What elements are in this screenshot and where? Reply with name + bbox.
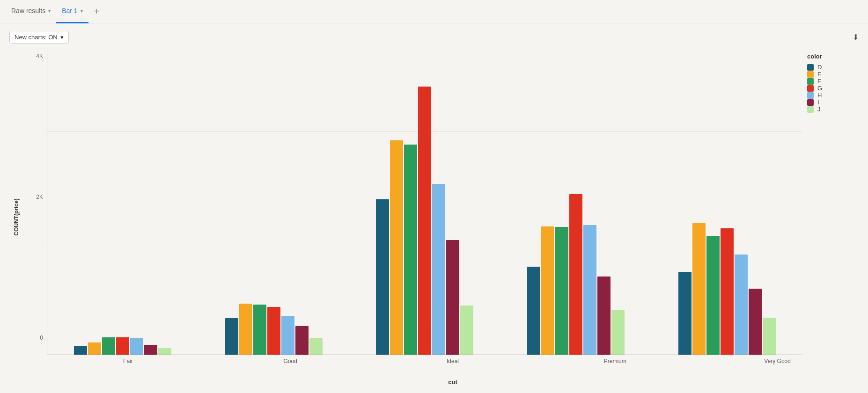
bar-very-good-H (735, 255, 748, 355)
tab-bar: Raw results ▾ Bar 1 ▾ + (0, 0, 868, 23)
legend-item-G: G (807, 85, 859, 92)
bar-premium-J (611, 310, 625, 355)
x-label-text: Premium (604, 358, 626, 364)
bar-very-good-G (721, 228, 734, 355)
bar-group-premium (500, 53, 652, 355)
bar-ideal-J (460, 306, 473, 355)
toolbar: New charts: ON ▾ ⬇ (9, 31, 859, 44)
bar-good-G (267, 307, 280, 355)
new-charts-label: New charts: ON (15, 34, 58, 41)
bars-container (47, 48, 802, 355)
bar-premium-F (555, 227, 568, 355)
bar-group-ideal (349, 53, 500, 355)
plot-area (47, 48, 802, 355)
legend-item-E: E (807, 71, 859, 78)
tab-bar-1-label: Bar 1 (62, 7, 77, 15)
legend-label-F: F (817, 78, 821, 85)
bar-fair-D (74, 346, 87, 355)
x-label-text: Good (284, 358, 297, 364)
bar-premium-I (597, 277, 611, 355)
legend-swatch-D (807, 64, 814, 71)
new-charts-chevron: ▾ (60, 34, 64, 41)
legend-title: color (807, 53, 859, 60)
tab-bar-1-chevron: ▾ (81, 8, 83, 14)
x-label-text: Very Good (764, 358, 791, 364)
legend-swatch-E (807, 71, 814, 78)
legend-item-I: I (807, 99, 859, 106)
legend-items: DEFGHIJ (807, 64, 859, 113)
bar-very-good-I (749, 289, 762, 355)
bar-very-good-E (692, 223, 706, 355)
tab-raw-results-chevron: ▾ (48, 8, 51, 14)
bar-premium-D (527, 267, 540, 355)
bar-fair-I (144, 345, 157, 355)
chart-with-axes: 4K 2K 0 color (23, 48, 859, 386)
main-content: New charts: ON ▾ ⬇ COUNT(price) 4K 2K 0 (0, 23, 868, 393)
chart-area: COUNT(price) 4K 2K 0 (9, 48, 859, 386)
bar-premium-E (541, 226, 554, 355)
y-tick-2k: 2K (36, 194, 43, 200)
x-axis: FairGoodIdealPremiumVery Good (23, 355, 859, 378)
x-axis-title: cut (448, 378, 457, 386)
legend-swatch-I (807, 99, 814, 106)
bar-ideal-G (418, 87, 431, 355)
bar-good-E (239, 304, 252, 355)
bar-fair-J (158, 348, 171, 355)
x-label-good: Good (209, 355, 372, 378)
legend-swatch-F (807, 78, 814, 85)
legend-swatch-G (807, 85, 814, 92)
legend-item-D: D (807, 64, 859, 71)
bar-fair-H (130, 338, 143, 355)
tab-raw-results[interactable]: Raw results ▾ (6, 0, 56, 23)
bar-group-very-good (651, 53, 802, 355)
tab-raw-results-label: Raw results (11, 7, 45, 15)
tab-bar-1[interactable]: Bar 1 ▾ (56, 0, 88, 23)
bar-premium-G (569, 194, 582, 355)
legend-item-H: H (807, 92, 859, 99)
x-label-ideal: Ideal (372, 355, 534, 378)
bar-ideal-F (404, 145, 417, 355)
legend: color DEFGHIJ (802, 48, 859, 355)
legend-label-D: D (817, 64, 822, 71)
bar-fair-F (102, 337, 115, 355)
bar-ideal-D (376, 199, 389, 355)
x-label-premium: Premium (534, 355, 696, 378)
y-tick-4k: 4K (36, 53, 43, 59)
legend-label-E: E (817, 71, 822, 78)
legend-label-J: J (817, 106, 821, 113)
bar-very-good-J (763, 318, 776, 355)
bar-good-D (225, 318, 238, 355)
y-axis: 4K 2K 0 (23, 48, 47, 355)
chart-row: 4K 2K 0 color (23, 48, 859, 355)
y-tick-0: 0 (40, 335, 43, 341)
legend-swatch-H (807, 92, 814, 99)
bar-ideal-E (390, 140, 403, 355)
bar-fair-G (116, 337, 129, 355)
bar-group-good (199, 53, 350, 355)
y-axis-label: COUNT(price) (13, 198, 20, 235)
bar-ideal-H (432, 184, 445, 355)
legend-label-I: I (817, 99, 819, 106)
bar-fair-E (88, 342, 101, 355)
x-label-fair: Fair (47, 355, 209, 378)
add-tab-button[interactable]: + (88, 0, 105, 23)
legend-item-J: J (807, 106, 859, 113)
bar-good-F (253, 305, 266, 355)
download-button[interactable]: ⬇ (853, 33, 859, 42)
x-label-very-good: Very Good (696, 355, 859, 378)
x-label-text: Ideal (447, 358, 459, 364)
x-label-text: Fair (123, 358, 133, 364)
y-axis-label-container: COUNT(price) (9, 48, 23, 386)
legend-label-H: H (817, 92, 822, 99)
bar-very-good-D (678, 272, 691, 355)
bar-good-J (309, 338, 323, 355)
legend-item-F: F (807, 78, 859, 85)
x-axis-title-row: cut (23, 378, 859, 386)
bar-very-good-F (706, 236, 720, 355)
bar-ideal-I (446, 240, 459, 355)
bar-group-fair (47, 53, 199, 355)
bar-good-I (295, 326, 309, 355)
legend-label-G: G (817, 85, 822, 92)
new-charts-toggle[interactable]: New charts: ON ▾ (9, 31, 69, 44)
legend-swatch-J (807, 106, 814, 113)
